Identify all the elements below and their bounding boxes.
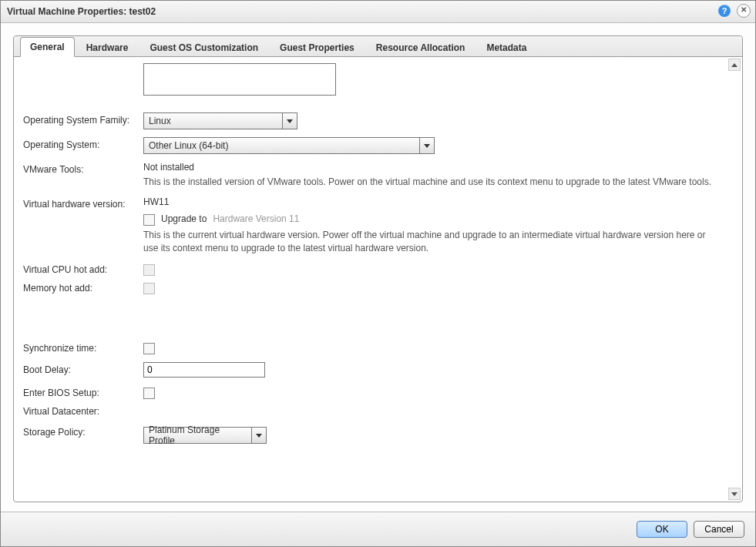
bios-setup-label: Enter BIOS Setup: (23, 385, 143, 398)
buttons-bar: OK Cancel (1, 512, 755, 546)
storage-policy-label: Storage Policy: (23, 425, 143, 438)
hw-version-value: HW11 (143, 196, 733, 207)
close-icon[interactable]: ✕ (737, 4, 751, 18)
upgrade-label: Upgrade to (161, 213, 207, 224)
vmware-tools-info: This is the installed version of VMware … (143, 176, 714, 189)
upgrade-target: Hardware Version 11 (213, 213, 299, 224)
scroll-up-icon[interactable] (728, 59, 741, 71)
tab-frame: General Hardware Guest OS Customization … (13, 35, 743, 502)
mem-hot-add-label: Memory hot add: (23, 280, 143, 294)
dialog-body: General Hardware Guest OS Customization … (1, 23, 755, 512)
sync-time-checkbox[interactable] (143, 343, 155, 354)
upgrade-checkbox[interactable] (143, 214, 155, 226)
tab-resource-allocation[interactable]: Resource Allocation (366, 38, 475, 57)
vdc-label: Virtual Datacenter: (23, 404, 143, 417)
boot-delay-input[interactable] (143, 362, 265, 378)
os-label: Operating System: (23, 137, 143, 150)
chevron-down-icon (419, 138, 434, 153)
bios-setup-checkbox[interactable] (143, 388, 155, 399)
cpu-hot-add-checkbox (143, 264, 155, 276)
chevron-down-icon (251, 428, 266, 443)
tab-content-general: Operating System Family: Linux Operating… (14, 57, 742, 502)
sync-time-label: Synchronize time: (23, 341, 143, 354)
mem-hot-add-checkbox (143, 283, 155, 294)
storage-policy-select[interactable]: Platinum Storage Profile (143, 427, 267, 444)
vm-properties-window: Virtual Machine Properties: test02 ? ✕ G… (0, 0, 756, 547)
hw-version-info: This is the current virtual hardware ver… (143, 229, 714, 255)
vmware-tools-value: Not installed (143, 162, 733, 173)
tab-guest-properties[interactable]: Guest Properties (270, 38, 365, 57)
window-title: Virtual Machine Properties: test02 (7, 6, 156, 17)
cancel-button[interactable]: Cancel (694, 521, 744, 538)
scroll-down-icon[interactable] (728, 488, 741, 500)
hw-version-label: Virtual hardware version: (23, 196, 143, 210)
chevron-down-icon (282, 113, 297, 129)
os-family-select[interactable]: Linux (143, 112, 297, 129)
vmware-tools-label: VMware Tools: (23, 162, 143, 175)
tab-general[interactable]: General (20, 37, 75, 57)
ok-button[interactable]: OK (637, 521, 687, 538)
name-input-box[interactable] (143, 63, 336, 96)
tab-guest-os-customization[interactable]: Guest OS Customization (139, 38, 268, 57)
os-family-label: Operating System Family: (23, 112, 143, 126)
tab-bar: General Hardware Guest OS Customization … (14, 36, 742, 57)
tab-metadata[interactable]: Metadata (476, 38, 536, 57)
os-select[interactable]: Other Linux (64-bit) (143, 137, 435, 154)
cpu-hot-add-label: Virtual CPU hot add: (23, 262, 143, 275)
tab-hardware[interactable]: Hardware (76, 38, 139, 57)
boot-delay-label: Boot Delay: (23, 362, 143, 375)
titlebar: Virtual Machine Properties: test02 ? ✕ (1, 1, 755, 23)
help-icon[interactable]: ? (718, 5, 731, 17)
